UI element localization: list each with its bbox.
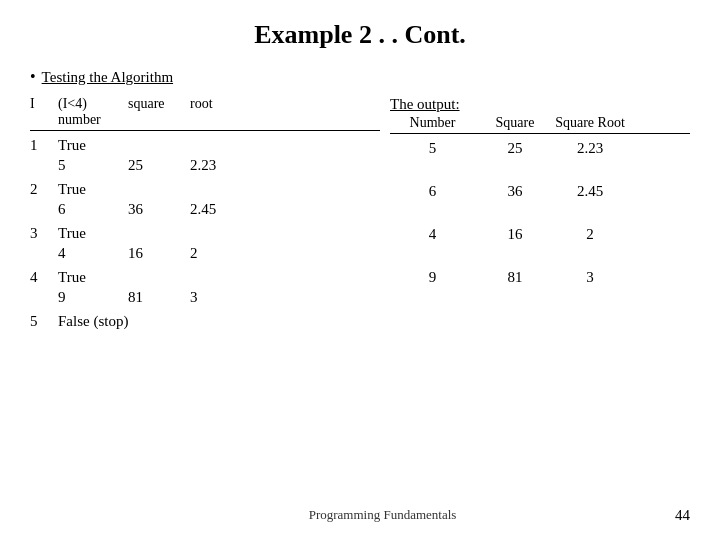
trace-headers: I (I<4) number square root xyxy=(30,96,380,131)
row1-cond: True xyxy=(58,137,128,154)
trace-row-1: 1 True 5 25 2.23 xyxy=(30,137,380,177)
bullet-line: • Testing the Algorithm xyxy=(30,68,690,86)
out-row2-root: 2.45 xyxy=(555,183,625,200)
footer: Programming Fundamentals 44 xyxy=(30,507,690,524)
row1-square-val: 25 xyxy=(128,157,190,174)
trace-row-4: 4 True 9 81 3 xyxy=(30,269,380,309)
col-header-cond: (I<4) number xyxy=(58,96,128,128)
row2-number-val: 6 xyxy=(58,201,128,218)
page-title: Example 2 . . Cont. xyxy=(30,20,690,50)
out-row4-square: 81 xyxy=(475,269,555,286)
out-row3-square: 16 xyxy=(475,226,555,243)
row2-root-val: 2.45 xyxy=(190,201,245,218)
row3-square-val: 16 xyxy=(128,245,190,262)
footer-page-number: 44 xyxy=(675,507,690,524)
col-header-square: root xyxy=(190,96,250,128)
bullet-icon: • xyxy=(30,68,36,86)
out-header-number: Number xyxy=(390,115,475,131)
row4-i: 4 xyxy=(30,269,58,286)
out-row3-root: 2 xyxy=(555,226,625,243)
row1-number-val: 5 xyxy=(58,157,128,174)
footer-center-text: Programming Fundamentals xyxy=(90,507,675,524)
row4-number-val: 9 xyxy=(58,289,128,306)
row2-i: 2 xyxy=(30,181,58,198)
row1-root-val: 2.23 xyxy=(190,157,245,174)
out-row1-square: 25 xyxy=(475,140,555,157)
page: Example 2 . . Cont. • Testing the Algori… xyxy=(0,0,720,540)
row3-i: 3 xyxy=(30,225,58,242)
row1-i: 1 xyxy=(30,137,58,154)
out-header-square: Square xyxy=(475,115,555,131)
out-header-root: Square Root xyxy=(555,115,625,131)
row2-cond: True xyxy=(58,181,128,198)
row3-number-val: 4 xyxy=(58,245,128,262)
section-label: Testing the Algorithm xyxy=(42,69,173,86)
row4-square-val: 81 xyxy=(128,289,190,306)
trace-row-2: 2 True 6 36 2.45 xyxy=(30,181,380,221)
out-row1-root: 2.23 xyxy=(555,140,625,157)
row3-cond: True xyxy=(58,225,128,242)
trace-row-3: 3 True 4 16 2 xyxy=(30,225,380,265)
col-header-number: square xyxy=(128,96,190,128)
row4-cond: True xyxy=(58,269,128,286)
trace-row-5: 5 False (stop) xyxy=(30,313,380,333)
output-label-text: The output: xyxy=(390,96,460,112)
out-row3-number: 4 xyxy=(390,226,475,243)
output-label-top: The output: xyxy=(390,96,690,113)
out-row4-number: 9 xyxy=(390,269,475,286)
col-header-i: I xyxy=(30,96,58,128)
row2-square-val: 36 xyxy=(128,201,190,218)
out-row1-number: 5 xyxy=(390,140,475,157)
row5-cond: False (stop) xyxy=(58,313,258,330)
row5-i: 5 xyxy=(30,313,58,330)
row4-root-val: 3 xyxy=(190,289,245,306)
col-header-root xyxy=(250,96,305,128)
out-row4-root: 3 xyxy=(555,269,625,286)
row3-root-val: 2 xyxy=(190,245,245,262)
out-row-3: 4 16 2 xyxy=(390,226,690,243)
out-row-1: 5 25 2.23 xyxy=(390,140,690,157)
out-row-2: 6 36 2.45 xyxy=(390,183,690,200)
out-row2-number: 6 xyxy=(390,183,475,200)
output-headers: Number Square Square Root xyxy=(390,115,690,134)
out-row2-square: 36 xyxy=(475,183,555,200)
out-row-4: 9 81 3 xyxy=(390,269,690,286)
